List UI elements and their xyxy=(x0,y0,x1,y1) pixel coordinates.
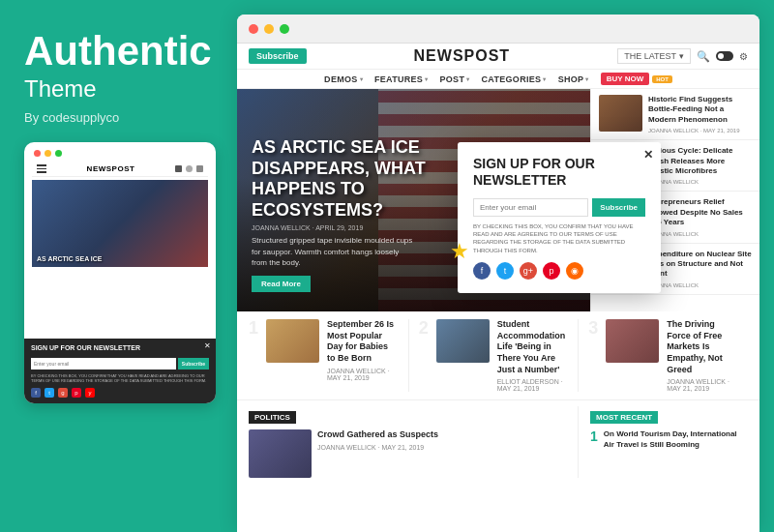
settings-icon[interactable]: ⚙ xyxy=(739,51,748,62)
bottom-article-thumb xyxy=(249,429,312,478)
chevron-down-icon: ▾ xyxy=(679,51,684,61)
the-latest-button[interactable]: THE LATEST ▾ xyxy=(617,48,691,64)
bottom-article-title[interactable]: Crowd Gathered as Suspects xyxy=(317,429,438,441)
sidebar-text-1: Historic Find Suggests Bottle-Feeding No… xyxy=(648,95,752,133)
news-card-body-2: Student Accommodation Life 'Being in The… xyxy=(497,319,569,392)
bottom-article-meta: JOANNA WELLICK · MAY 21, 2019 xyxy=(317,444,438,451)
browser-dot-yellow[interactable] xyxy=(264,24,274,34)
news-card-meta-3: JOANNA WELLICK · MAY 21, 2019 xyxy=(667,378,738,392)
bottom-article-text: Crowd Gathered as Suspects JOANNA WELLIC… xyxy=(317,429,438,451)
mobile-close-icon[interactable]: ✕ xyxy=(204,341,211,350)
news-card-title-1[interactable]: September 26 Is Most Popular Day for Bab… xyxy=(327,319,399,365)
mobile-checkbox-text: BY CHECKING THIS BOX, YOU CONFIRM THAT Y… xyxy=(31,373,209,383)
mobile-dot-red xyxy=(34,150,41,157)
the-latest-label: THE LATEST xyxy=(624,51,676,61)
mobile-youtube-icon[interactable]: y xyxy=(85,388,95,398)
news-card-thumb-1 xyxy=(266,319,319,363)
browser-dot-green[interactable] xyxy=(280,24,289,34)
mobile-hero-text: AS ARCTIC SEA ICE xyxy=(32,251,107,267)
night-mode-toggle[interactable] xyxy=(716,51,733,61)
news-card-num-1: 1 xyxy=(249,319,258,337)
popup-checkbox-text: BY CHECKING THIS BOX, YOU CONFIRM THAT Y… xyxy=(473,222,645,255)
site-nav-actions: THE LATEST ▾ 🔍 ⚙ xyxy=(617,48,748,64)
sidebar-meta-2: JOANNA WELLICK xyxy=(648,179,752,185)
popup-social-row: f t g+ p ◉ xyxy=(473,262,645,280)
sidebar-article-title-3[interactable]: Entrepreneurs Relief Allowed Despite No … xyxy=(648,197,752,227)
nav-demos[interactable]: DEMOS ▾ xyxy=(324,74,363,84)
news-card-3: 3 The Driving Force of Free Markets Is E… xyxy=(579,319,748,392)
news-card-body-1: September 26 Is Most Popular Day for Bab… xyxy=(327,319,399,381)
sidebar-meta-1: JOANNA WELLICK · MAY 21, 2019 xyxy=(648,128,752,133)
search-icon[interactable]: 🔍 xyxy=(697,50,710,63)
news-grid: 1 September 26 Is Most Popular Day for B… xyxy=(237,311,759,400)
left-panel: Authentic Theme By codesupplyco NEWSPOST… xyxy=(0,0,237,532)
buy-now-button[interactable]: BUY NOW xyxy=(601,73,650,85)
popup-subscribe-button[interactable]: Subscribe xyxy=(592,198,645,217)
site-nav-menu: DEMOS ▾ FEATURES ▾ POST ▾ CATEGORIES ▾ S… xyxy=(237,69,759,88)
sidebar-text-4: Expenditure on Nuclear Site Was on Struc… xyxy=(648,250,752,288)
mobile-email-input[interactable] xyxy=(31,358,176,369)
most-recent-tag: MOST RECENT xyxy=(590,411,658,424)
news-card-body-3: The Driving Force of Free Markets Is Emp… xyxy=(667,319,738,392)
sidebar-article-1: Historic Find Suggests Bottle-Feeding No… xyxy=(591,89,759,140)
mobile-google-icon[interactable]: g xyxy=(58,388,68,398)
bottom-left: POLITICS Crowd Gathered as Suspects JOAN… xyxy=(249,406,579,478)
browser-titlebar xyxy=(237,15,759,44)
site-logo: NEWSPOST xyxy=(414,47,511,65)
read-more-button[interactable]: Read More xyxy=(252,276,311,292)
hero-section: AS ARCTIC SEA ICE DISAPPEARS, WHAT HAPPE… xyxy=(237,89,759,311)
sidebar-meta-4: JOANNA WELLICK xyxy=(648,282,752,288)
chevron-down-icon: ▾ xyxy=(425,75,428,82)
subscribe-button[interactable]: Subscribe xyxy=(249,48,307,64)
popup-rss-icon[interactable]: ◉ xyxy=(566,262,583,280)
popup-pinterest-icon[interactable]: p xyxy=(543,262,560,280)
most-recent-body-1: On World Tourism Day, International Air … xyxy=(604,429,748,450)
popup-twitter-icon[interactable]: t xyxy=(496,262,514,280)
mobile-nav-icons xyxy=(175,165,203,172)
mobile-hamburger-icon[interactable] xyxy=(37,164,46,173)
mobile-dot-green xyxy=(55,150,62,157)
news-card-num-3: 3 xyxy=(588,319,598,337)
sidebar-article-title-4[interactable]: Expenditure on Nuclear Site Was on Struc… xyxy=(648,250,752,280)
news-card-2: 2 Student Accommodation Life 'Being in T… xyxy=(409,319,580,392)
theme-name: Authentic xyxy=(24,29,213,74)
nav-post[interactable]: POST ▾ xyxy=(439,74,469,84)
news-card-title-2[interactable]: Student Accommodation Life 'Being in The… xyxy=(497,319,569,375)
nav-shop[interactable]: SHOP ▾ xyxy=(558,74,589,84)
mobile-twitter-icon[interactable]: t xyxy=(45,388,54,398)
chevron-down-icon: ▾ xyxy=(360,75,363,82)
chevron-down-icon: ▾ xyxy=(585,75,588,82)
mobile-navbar: NEWSPOST xyxy=(32,162,208,177)
mobile-subscribe-button[interactable]: Subscribe xyxy=(178,358,209,369)
mobile-social-row: f t g p y xyxy=(31,388,209,398)
sidebar-text-3: Entrepreneurs Relief Allowed Despite No … xyxy=(648,197,752,236)
popup-google-icon[interactable]: g+ xyxy=(520,262,537,280)
nav-categories[interactable]: CATEGORIES ▾ xyxy=(482,74,547,84)
mobile-pinterest-icon[interactable]: p xyxy=(72,388,81,398)
news-card-title-3[interactable]: The Driving Force of Free Markets Is Emp… xyxy=(667,319,738,375)
most-recent-title-1[interactable]: On World Tourism Day, International Air … xyxy=(604,429,748,450)
chevron-down-icon: ▾ xyxy=(543,75,546,82)
popup-close-icon[interactable]: ✕ xyxy=(643,148,653,162)
sidebar-article-title-1[interactable]: Historic Find Suggests Bottle-Feeding No… xyxy=(648,95,752,125)
mobile-facebook-icon[interactable]: f xyxy=(31,388,41,398)
news-card-thumb-3 xyxy=(606,319,659,363)
browser-dot-red[interactable] xyxy=(249,24,258,34)
mobile-hero: AS ARCTIC SEA ICE xyxy=(32,180,208,267)
news-card-num-2: 2 xyxy=(419,319,429,337)
news-card-thumb-2 xyxy=(436,319,490,363)
site-nav-top: Subscribe NEWSPOST THE LATEST ▾ 🔍 ⚙ xyxy=(237,44,759,69)
popup-facebook-icon[interactable]: f xyxy=(473,262,491,280)
most-recent-article-1: 1 On World Tourism Day, International Ai… xyxy=(590,429,748,450)
browser-panel: Subscribe NEWSPOST THE LATEST ▾ 🔍 ⚙ DEMO… xyxy=(237,15,759,532)
popup-email-input[interactable] xyxy=(473,198,588,217)
sidebar-thumb-1 xyxy=(599,95,642,132)
site-header: Subscribe NEWSPOST THE LATEST ▾ 🔍 ⚙ DEMO… xyxy=(237,44,759,89)
sidebar-article-title-2[interactable]: Vicious Cycle: Delicate Wash Releases Mo… xyxy=(648,146,752,176)
nav-features[interactable]: FEATURES ▾ xyxy=(374,74,429,84)
popup-form: Subscribe xyxy=(473,198,645,217)
mobile-newsletter-popup: ✕ SIGN UP FOR OUR NEWSLETTER Subscribe B… xyxy=(24,339,216,403)
mobile-newsletter-title: SIGN UP FOR OUR NEWSLETTER xyxy=(31,344,209,352)
mobile-preview: NEWSPOST AS ARCTIC SEA ICE ✕ SIGN UP FOR… xyxy=(24,142,216,403)
mobile-dot-yellow xyxy=(45,150,51,157)
